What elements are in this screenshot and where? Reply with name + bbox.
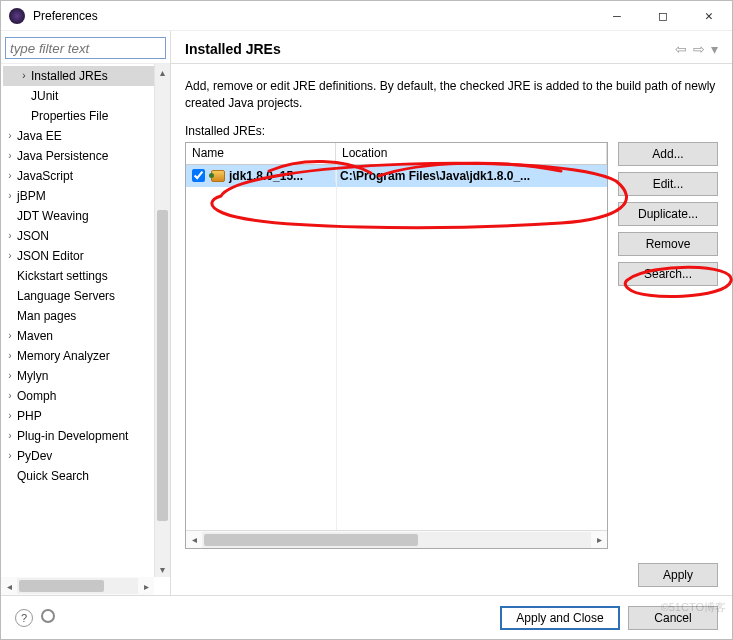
- dialog-footer: ? Apply and Close Cancel: [1, 595, 732, 639]
- table-header: Name Location: [186, 143, 607, 165]
- expander-icon[interactable]: ›: [3, 186, 17, 206]
- tree-item-label: Java EE: [17, 129, 62, 143]
- import-export-icon[interactable]: [41, 609, 55, 623]
- minimize-button[interactable]: —: [594, 1, 640, 31]
- expander-icon[interactable]: ›: [3, 426, 17, 446]
- jre-checkbox[interactable]: [192, 169, 205, 182]
- jre-name: jdk1.8.0_15...: [229, 169, 303, 183]
- expander-icon[interactable]: ›: [3, 146, 17, 166]
- close-button[interactable]: ✕: [686, 1, 732, 31]
- duplicate-button[interactable]: Duplicate...: [618, 202, 718, 226]
- expander-icon[interactable]: ›: [17, 66, 31, 86]
- preferences-tree[interactable]: ›Installed JREsJUnitProperties File›Java…: [1, 64, 154, 595]
- tree-item-label: JUnit: [31, 89, 58, 103]
- nav-forward-icon[interactable]: ⇨: [693, 41, 705, 57]
- table-row[interactable]: jdk1.8.0_15... C:\Program Files\Java\jdk…: [186, 165, 607, 187]
- tree-item-label: Mylyn: [17, 369, 48, 383]
- tree-item[interactable]: ›jBPM: [3, 186, 154, 206]
- expander-icon[interactable]: ›: [3, 406, 17, 426]
- tree-item[interactable]: ›JSON: [3, 226, 154, 246]
- column-location[interactable]: Location: [336, 143, 607, 164]
- scroll-right-icon[interactable]: ▸: [138, 578, 154, 594]
- apply-button[interactable]: Apply: [638, 563, 718, 587]
- tree-item[interactable]: ›Java EE: [3, 126, 154, 146]
- tree-item-label: JDT Weaving: [17, 209, 89, 223]
- scroll-thumb[interactable]: [19, 580, 104, 592]
- remove-button[interactable]: Remove: [618, 232, 718, 256]
- maximize-button[interactable]: □: [640, 1, 686, 31]
- tree-item[interactable]: Quick Search: [3, 466, 154, 486]
- expander-icon[interactable]: ›: [3, 126, 17, 146]
- scroll-up-icon[interactable]: ▴: [155, 64, 170, 80]
- tree-item-label: JSON Editor: [17, 249, 84, 263]
- scroll-left-icon[interactable]: ◂: [1, 578, 17, 594]
- scroll-thumb[interactable]: [204, 534, 418, 546]
- expander-icon[interactable]: ›: [3, 446, 17, 466]
- expander-icon[interactable]: ›: [3, 326, 17, 346]
- expander-icon[interactable]: ›: [3, 366, 17, 386]
- expander-icon[interactable]: ›: [3, 386, 17, 406]
- tree-item[interactable]: ›PyDev: [3, 446, 154, 466]
- tree-item-label: PHP: [17, 409, 42, 423]
- tree-item-label: jBPM: [17, 189, 46, 203]
- tree-vertical-scrollbar[interactable]: ▴ ▾: [154, 64, 170, 577]
- expander-icon[interactable]: ›: [3, 226, 17, 246]
- tree-item[interactable]: JDT Weaving: [3, 206, 154, 226]
- tree-item[interactable]: ›Installed JREs: [3, 66, 154, 86]
- tree-item[interactable]: ›Plug-in Development: [3, 426, 154, 446]
- add-button[interactable]: Add...: [618, 142, 718, 166]
- tree-item-label: Installed JREs: [31, 69, 108, 83]
- tree-item-label: Kickstart settings: [17, 269, 108, 283]
- eclipse-icon: [9, 8, 25, 24]
- tree-item[interactable]: ›Maven: [3, 326, 154, 346]
- tree-horizontal-scrollbar[interactable]: ◂ ▸: [1, 577, 154, 595]
- apply-and-close-button[interactable]: Apply and Close: [500, 606, 620, 630]
- scroll-down-icon[interactable]: ▾: [155, 561, 170, 577]
- preferences-window: Preferences — □ ✕ ›Installed JREsJUnitPr…: [0, 0, 733, 640]
- tree-item-label: Maven: [17, 329, 53, 343]
- tree-item[interactable]: ›Memory Analyzer: [3, 346, 154, 366]
- tree-item-label: Properties File: [31, 109, 108, 123]
- tree-item[interactable]: ›JSON Editor: [3, 246, 154, 266]
- scroll-right-icon[interactable]: ▸: [591, 532, 607, 548]
- tree-item-label: Oomph: [17, 389, 56, 403]
- tree-item[interactable]: Man pages: [3, 306, 154, 326]
- nav-back-icon[interactable]: ⇦: [675, 41, 687, 57]
- scroll-thumb[interactable]: [157, 210, 168, 521]
- tree-item-label: Quick Search: [17, 469, 89, 483]
- tree-item-label: JSON: [17, 229, 49, 243]
- jre-table[interactable]: Name Location jdk1.8.0_15...: [185, 142, 608, 549]
- help-icon[interactable]: ?: [15, 609, 33, 627]
- filter-input[interactable]: [5, 37, 166, 59]
- tree-item-label: Java Persistence: [17, 149, 108, 163]
- nav-menu-icon[interactable]: ▾: [711, 41, 718, 57]
- tree-item-label: Man pages: [17, 309, 76, 323]
- expander-icon[interactable]: ›: [3, 346, 17, 366]
- page-title: Installed JREs: [185, 41, 675, 57]
- tree-pane: ›Installed JREsJUnitProperties File›Java…: [1, 31, 171, 595]
- jre-location: C:\Program Files\Java\jdk1.8.0_...: [340, 169, 530, 183]
- tree-item[interactable]: JUnit: [3, 86, 154, 106]
- cancel-button[interactable]: Cancel: [628, 606, 718, 630]
- titlebar: Preferences — □ ✕: [1, 1, 732, 31]
- window-title: Preferences: [33, 9, 594, 23]
- tree-item[interactable]: Language Servers: [3, 286, 154, 306]
- page-pane: Installed JREs ⇦ ⇨ ▾ Add, remove or edit…: [171, 31, 732, 595]
- tree-item[interactable]: Kickstart settings: [3, 266, 154, 286]
- column-name[interactable]: Name: [186, 143, 336, 164]
- tree-item[interactable]: ›PHP: [3, 406, 154, 426]
- table-body: jdk1.8.0_15... C:\Program Files\Java\jdk…: [186, 165, 607, 530]
- tree-item[interactable]: ›JavaScript: [3, 166, 154, 186]
- tree-item-label: Language Servers: [17, 289, 115, 303]
- tree-item[interactable]: ›Oomph: [3, 386, 154, 406]
- expander-icon[interactable]: ›: [3, 166, 17, 186]
- edit-button[interactable]: Edit...: [618, 172, 718, 196]
- scroll-left-icon[interactable]: ◂: [186, 532, 202, 548]
- tree-item[interactable]: ›Mylyn: [3, 366, 154, 386]
- tree-item[interactable]: ›Java Persistence: [3, 146, 154, 166]
- tree-item[interactable]: Properties File: [3, 106, 154, 126]
- tree-item-label: PyDev: [17, 449, 52, 463]
- search-button[interactable]: Search...: [618, 262, 718, 286]
- table-horizontal-scrollbar[interactable]: ◂ ▸: [186, 530, 607, 548]
- expander-icon[interactable]: ›: [3, 246, 17, 266]
